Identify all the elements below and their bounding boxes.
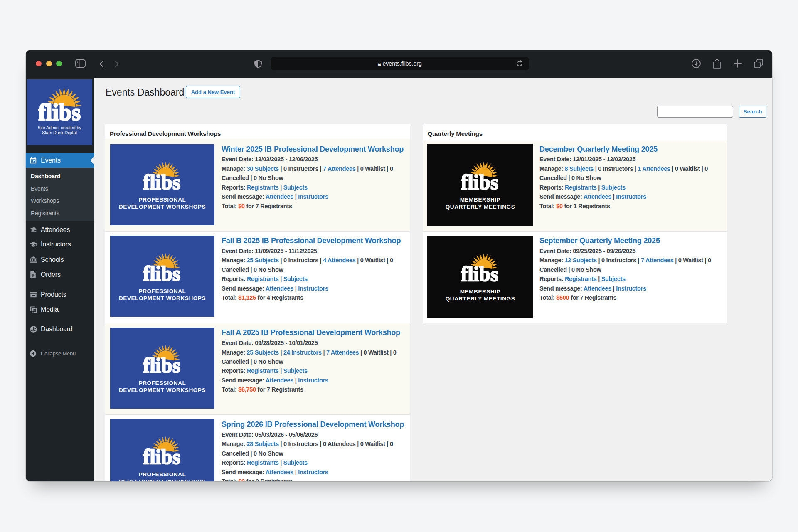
- svg-text:DEVELOPMENT WORKSHOPS: DEVELOPMENT WORKSHOPS: [119, 295, 206, 301]
- svg-text:flibs: flibs: [38, 98, 81, 125]
- svg-text:MEMBERSHIP: MEMBERSHIP: [460, 288, 501, 295]
- svg-text:Site Admin, created by: Site Admin, created by: [37, 125, 81, 130]
- svg-text:PROFESSIONAL: PROFESSIONAL: [139, 380, 186, 386]
- svg-text:PROFESSIONAL: PROFESSIONAL: [139, 288, 186, 294]
- svg-text:QUARTERLY MEETINGS: QUARTERLY MEETINGS: [446, 296, 515, 302]
- svg-text:PROFESSIONAL: PROFESSIONAL: [139, 197, 186, 203]
- svg-text:flibs: flibs: [143, 446, 181, 469]
- svg-text:flibs: flibs: [461, 263, 499, 286]
- svg-text:flibs: flibs: [143, 262, 181, 286]
- svg-text:Slam Dunk Digital: Slam Dunk Digital: [42, 130, 76, 135]
- svg-text:DEVELOPMENT WORKSHOPS: DEVELOPMENT WORKSHOPS: [119, 387, 206, 393]
- svg-text:DEVELOPMENT WORKSHOPS: DEVELOPMENT WORKSHOPS: [119, 478, 206, 482]
- svg-text:flibs: flibs: [143, 354, 181, 377]
- svg-text:flibs: flibs: [143, 171, 181, 194]
- svg-text:flibs: flibs: [461, 171, 499, 194]
- svg-text:MEMBERSHIP: MEMBERSHIP: [460, 197, 501, 203]
- svg-text:PROFESSIONAL: PROFESSIONAL: [139, 471, 186, 478]
- svg-text:DEVELOPMENT WORKSHOPS: DEVELOPMENT WORKSHOPS: [119, 204, 206, 210]
- svg-text:QUARTERLY MEETINGS: QUARTERLY MEETINGS: [446, 204, 515, 210]
